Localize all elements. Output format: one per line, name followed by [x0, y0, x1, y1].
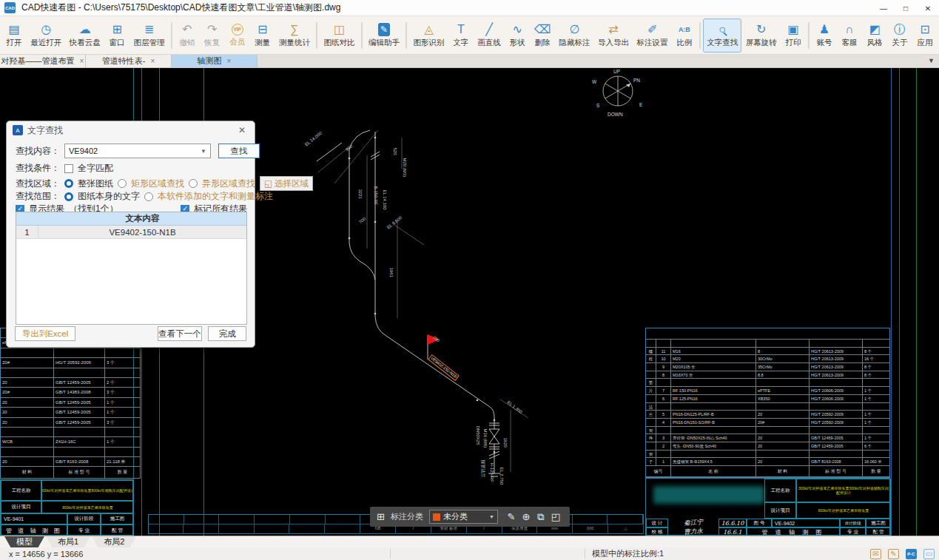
measure-icon[interactable]: ⊟ 测量 [250, 18, 275, 53]
toolbar-icon: ↷ [207, 23, 217, 36]
support-icon[interactable]: ∩ 客服 [837, 18, 862, 53]
edit-assistant-icon[interactable]: ✎ 编辑助手 [365, 18, 404, 53]
tab-overflow-icon[interactable]: ▼ [928, 57, 935, 64]
measure-stats-icon[interactable]: ∑ 测量统计 [275, 18, 314, 53]
about-icon[interactable]: ⓘ 关于 [887, 18, 912, 53]
text-icon[interactable]: T 文字 [448, 18, 474, 53]
design-project-label: 设计项目 [1, 501, 41, 513]
maximize-button[interactable]: □ [895, 0, 917, 16]
feedback-icon[interactable]: ✉ [870, 549, 881, 559]
full-word-checkbox[interactable] [64, 164, 73, 173]
app-icon: CAD [4, 2, 16, 13]
title-bar: CAD CAD快速看图 - C:\Users\75175\Desktop\CAD… [0, 0, 939, 16]
find-button[interactable]: 查找 [218, 144, 260, 158]
hide-annotation-icon[interactable]: ∅ 隐藏标注 [555, 18, 594, 53]
apps-icon[interactable]: ⊡ 应用 [912, 18, 938, 53]
category-grid-icon[interactable]: ⊞ [377, 511, 385, 522]
recent-open-icon[interactable]: ◷ 最近打开 [27, 18, 66, 53]
style-icon[interactable]: ◩ 风格 [862, 18, 887, 53]
window-icon[interactable]: ⊞ 窗口 [104, 18, 129, 53]
move-icon[interactable]: ⊕ [519, 511, 534, 523]
import-export-icon[interactable]: ⇄ 导入导出 [594, 18, 633, 53]
company-logo-blurred [653, 486, 764, 504]
design-project-value: 800kt/年对羟基苯乙烯串联装置 [41, 501, 134, 513]
table-row: 管 [646, 427, 889, 435]
cloud-icon[interactable]: ☁ 快看云盘 [66, 18, 105, 53]
export-excel-button[interactable]: 导出到Excel [15, 326, 75, 341]
whole-drawing-radio[interactable] [64, 179, 73, 188]
result-row[interactable]: 1 VE9402-150-N1B [16, 226, 246, 239]
screen-rotate-icon[interactable]: ↻ 屏幕旋转 [741, 18, 781, 53]
document-tab[interactable]: 轴测图 × [172, 55, 258, 67]
tab-close-icon[interactable]: × [150, 57, 155, 65]
RF 150-PN16: 片 7 RF 150-PN16ePTFE HG/T 20606-20091 个 [646, 387, 889, 395]
sheet-tab-layout1[interactable]: 布局1 [46, 536, 90, 548]
paste-icon[interactable]: ◰ [548, 511, 563, 523]
stage-label: 设计阶段 [67, 513, 101, 524]
open-icon[interactable]: ▤ 打开 [1, 18, 27, 53]
document-tab-label: 对羟基——管道布置 [1, 55, 75, 67]
document-tab-label: 轴测图 [198, 55, 222, 67]
pc-transfer-icon[interactable]: P-C [906, 549, 917, 559]
view-next-button[interactable]: 查看下一个 [158, 326, 202, 341]
tab-close-icon[interactable]: × [227, 57, 232, 65]
main-toolbar: ▤ 打开 ◷ 最近打开 ☁ 快看云盘 ⊞ 窗口 ≣ 图层管理 ↶ 撤销 ↷ [0, 16, 939, 55]
delete-icon[interactable]: ⌫ 删除 [530, 18, 555, 53]
drawing-compare-icon[interactable]: ◫ 图纸对比 [320, 18, 359, 53]
shape-recognition-icon[interactable]: ◬ 图形识别 [409, 18, 448, 53]
poly-area-radio[interactable] [189, 179, 198, 188]
dialog-title-bar[interactable]: A 文字查找 ✕ [7, 121, 255, 139]
sheet-tab-model[interactable]: 模型 [4, 536, 44, 548]
toolbar-item[interactable] [405, 22, 407, 49]
account-icon[interactable]: ♟ 账号 [812, 18, 837, 53]
tab-close-icon[interactable]: × [80, 57, 84, 65]
dialog-close-icon[interactable]: ✕ [235, 125, 249, 135]
shapes-icon[interactable]: ∿ 形状 [505, 18, 530, 53]
redo-icon[interactable]: ↷ 恢复 [200, 18, 225, 53]
scale-icon[interactable]: A:B 比例 [672, 18, 697, 53]
sheet-tab-layout2[interactable]: 布局2 [92, 536, 136, 548]
toolbar-item-label: 打开 [7, 38, 22, 48]
edit-icon[interactable]: ✎ [504, 511, 519, 523]
copy-icon[interactable]: ⧉ [534, 511, 548, 523]
left-bom-table: ePTFEHG/T 20606-20093 个 20#HG/T 20592-20… [0, 328, 141, 479]
minimize-button[interactable]: — [872, 0, 895, 16]
added-text-radio[interactable] [144, 192, 153, 201]
note-icon[interactable]: ✎ [888, 549, 899, 559]
undo-icon[interactable]: ↶ 撤销 [175, 18, 200, 53]
toolbar-icon: T [457, 23, 465, 36]
toolbar-item-label: 比例 [676, 38, 692, 48]
toolbar-icon: ≣ [144, 23, 154, 36]
toolbar-item[interactable] [171, 22, 172, 49]
dialog-icon: A [13, 125, 23, 135]
rect-area-radio[interactable] [118, 179, 127, 188]
toolbar-item-label: 账号 [816, 38, 832, 48]
document-tab[interactable]: 对羟基——管道布置 × [0, 55, 86, 67]
done-button[interactable]: 完成 [208, 326, 246, 341]
drawing-text-radio[interactable] [64, 192, 73, 201]
text-find-icon[interactable]: ○ 文字查找 [703, 18, 742, 53]
search-result-flag[interactable] [428, 334, 440, 360]
category-select[interactable]: 未分类 ▼ [429, 510, 498, 524]
toolbar-item[interactable] [808, 22, 810, 49]
toolbar-icon: ∅ [570, 23, 580, 36]
layers-icon[interactable]: ≣ 图层管理 [129, 18, 169, 53]
print-icon[interactable]: ▣ 打印 [781, 18, 806, 53]
combo-arrow-icon[interactable]: ▼ [201, 148, 206, 155]
toolbar-item[interactable] [361, 22, 363, 49]
toolbar-icon: ↶ [182, 23, 192, 36]
toolbar-icon: ╱ [485, 23, 493, 36]
toolbar-item[interactable] [699, 22, 701, 49]
toolbar-item-label: 标注设置 [637, 38, 668, 48]
select-area-button[interactable]: ◱ 选择区域 [260, 176, 313, 191]
draw-line-icon[interactable]: ╱ 画直线 [474, 18, 505, 53]
find-input[interactable]: VE9402 ▼ [64, 144, 211, 158]
vip-icon[interactable]: VIP 会员 [225, 18, 250, 53]
document-tab[interactable]: 管道特性表- × [86, 55, 172, 67]
left-bom-header: 材 料标 准 型 号数 量 [1, 467, 140, 479]
toolbar-item[interactable] [316, 22, 317, 49]
poly-area-label: 异形区域查找 [202, 178, 255, 190]
window-icon[interactable]: ▭ [923, 549, 935, 559]
close-button[interactable]: ✕ [917, 0, 939, 16]
annotation-settings-icon[interactable]: ✐ 标注设置 [633, 18, 672, 53]
